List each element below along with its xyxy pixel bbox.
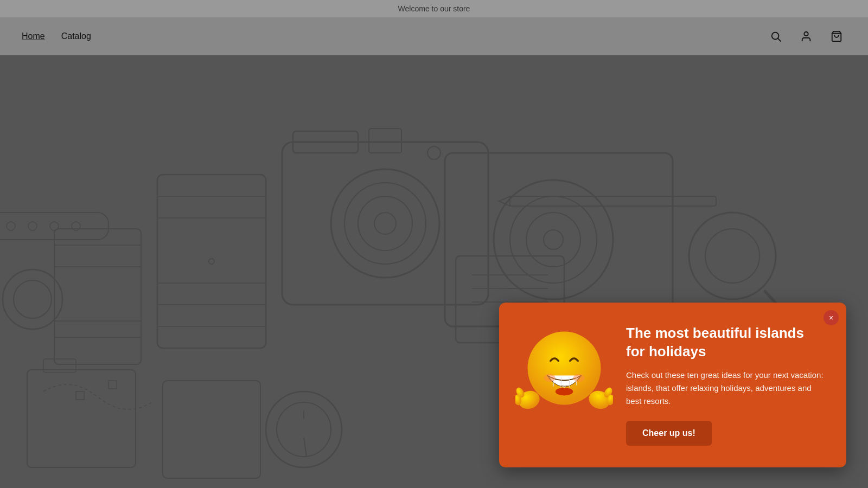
svg-rect-19 xyxy=(54,229,141,364)
svg-rect-4 xyxy=(282,142,488,305)
svg-point-18 xyxy=(209,259,214,264)
svg-point-61 xyxy=(573,374,585,382)
svg-point-39 xyxy=(7,222,15,230)
svg-point-44 xyxy=(14,280,52,318)
nav: Home Catalog xyxy=(22,31,91,41)
svg-point-41 xyxy=(50,222,59,230)
svg-point-60 xyxy=(544,374,556,382)
popup: × xyxy=(499,303,846,467)
popup-content: The most beautiful islands for holidays … xyxy=(626,324,825,446)
cart-button[interactable] xyxy=(827,27,846,46)
svg-point-40 xyxy=(28,222,37,230)
svg-rect-46 xyxy=(43,359,76,373)
svg-point-28 xyxy=(544,230,563,249)
header-icons xyxy=(766,27,846,46)
announcement-bar: Welcome to our store xyxy=(0,0,868,17)
popup-emoji xyxy=(515,324,613,422)
svg-rect-52 xyxy=(76,391,84,400)
header: Home Catalog xyxy=(0,17,868,55)
hero: × xyxy=(0,55,868,488)
svg-point-35 xyxy=(689,213,776,299)
svg-rect-12 xyxy=(157,175,266,348)
svg-point-2 xyxy=(804,31,808,35)
announcement-text: Welcome to our store xyxy=(398,4,470,13)
svg-point-8 xyxy=(344,183,426,264)
account-button[interactable] xyxy=(796,27,816,46)
account-icon xyxy=(800,30,812,42)
svg-line-51 xyxy=(304,438,307,457)
svg-rect-45 xyxy=(27,370,136,467)
svg-point-7 xyxy=(331,169,439,278)
cart-icon xyxy=(831,30,843,42)
nav-catalog[interactable]: Catalog xyxy=(61,31,91,41)
popup-title: The most beautiful islands for holidays xyxy=(626,324,825,361)
svg-point-10 xyxy=(374,213,396,234)
search-button[interactable] xyxy=(766,27,786,46)
svg-point-43 xyxy=(3,269,62,329)
svg-point-9 xyxy=(358,196,412,251)
svg-point-11 xyxy=(427,146,441,159)
popup-cta-button[interactable]: Cheer up us! xyxy=(626,421,712,446)
svg-rect-53 xyxy=(108,381,117,389)
search-icon xyxy=(770,30,782,42)
svg-line-1 xyxy=(778,38,781,41)
svg-rect-6 xyxy=(369,129,401,153)
nav-home[interactable]: Home xyxy=(22,31,45,41)
popup-close-button[interactable]: × xyxy=(824,310,839,325)
popup-description: Check out these ten great ideas for your… xyxy=(626,369,825,408)
svg-rect-47 xyxy=(163,381,260,478)
svg-point-59 xyxy=(556,388,573,395)
svg-point-36 xyxy=(705,229,760,283)
